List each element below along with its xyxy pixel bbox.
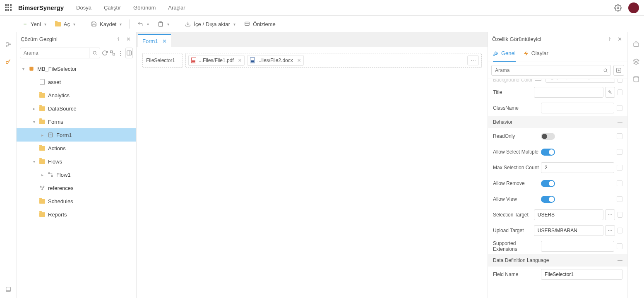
tree-label: Reports <box>48 211 67 218</box>
tree-root[interactable]: ▾ MB_FileSelector <box>17 62 136 75</box>
rail-layers-icon[interactable] <box>632 57 641 66</box>
clipboard-button[interactable]: ▾ <box>154 19 173 29</box>
undo-button[interactable]: ▾ <box>134 19 152 29</box>
collapse-icon[interactable]: — <box>618 257 622 263</box>
readonly-toggle[interactable] <box>541 133 555 140</box>
rail-key-icon[interactable] <box>4 57 13 66</box>
rail-tree-icon[interactable] <box>4 40 13 49</box>
user-avatar[interactable] <box>628 2 639 13</box>
svg-rect-9 <box>6 287 10 292</box>
tree-item-flows[interactable]: ▾ Flows <box>17 155 136 168</box>
tree-item-datasource[interactable]: ▸ DataSource <box>17 102 136 115</box>
tab-general[interactable]: Genel <box>493 46 516 62</box>
explorer-search-input[interactable] <box>20 50 89 56</box>
prop-max-selection: Max Selection Count <box>488 160 627 175</box>
menu-view[interactable]: Görünüm <box>133 5 156 11</box>
reset-icon[interactable] <box>618 212 622 218</box>
open-button[interactable]: Aç ▾ <box>51 19 79 29</box>
form-canvas[interactable]: FileSelector1 ...Files/File1.pdf ✕ ...il… <box>137 47 488 298</box>
upload-target-input[interactable] <box>534 225 603 236</box>
search-icon[interactable] <box>600 65 610 75</box>
expand-all-icon[interactable] <box>613 65 624 76</box>
tree-item-actions[interactable]: Actions <box>17 142 136 155</box>
reset-icon[interactable] <box>617 165 622 171</box>
tree-item-flow1[interactable]: ▸ Flow1 <box>17 168 136 181</box>
allow-remove-toggle[interactable] <box>541 180 555 187</box>
fileselector-label[interactable]: FileSelector1 <box>142 53 183 68</box>
max-selection-input[interactable] <box>541 162 614 173</box>
localize-icon[interactable]: ✎ <box>605 87 615 98</box>
apps-grid-icon[interactable] <box>5 4 12 12</box>
tree-item-references[interactable]: references <box>17 181 136 195</box>
prop-field-name: Field Name <box>488 267 627 282</box>
pin-icon[interactable] <box>115 35 122 43</box>
title-input[interactable] <box>534 87 603 98</box>
tree-item-form1[interactable]: ▸ Form1 <box>17 128 136 142</box>
classname-input[interactable] <box>541 103 614 113</box>
tree-label: DataSource <box>48 106 77 112</box>
menu-file[interactable]: Dosya <box>76 5 91 11</box>
refresh-icon[interactable] <box>102 48 108 58</box>
settings-gear-icon[interactable] <box>614 4 622 12</box>
rail-data-icon[interactable] <box>632 74 641 84</box>
more-vertical-icon[interactable]: ⋮ <box>118 48 124 58</box>
import-export-button[interactable]: İçe / Dışa aktar ▾ <box>181 19 238 29</box>
prop-allow-remove: Allow Remove <box>488 175 627 191</box>
file-chip-pdf[interactable]: ...Files/File1.pdf ✕ <box>188 55 245 66</box>
reset-icon[interactable] <box>617 180 622 186</box>
more-horizontal-icon[interactable]: ⋯ <box>467 55 479 65</box>
tree-item-asset[interactable]: asset <box>17 75 136 89</box>
reset-icon[interactable] <box>617 133 622 139</box>
panel-layout-icon[interactable] <box>125 48 133 58</box>
explorer-search[interactable] <box>20 48 100 58</box>
reset-icon[interactable] <box>617 105 622 111</box>
reset-icon[interactable] <box>617 243 622 249</box>
browse-icon[interactable]: ⋯ <box>605 225 615 236</box>
menu-run[interactable]: Çalıştır <box>104 5 121 11</box>
fileselector-control[interactable]: ...Files/File1.pdf ✕ ...iles/File2.docx … <box>185 53 482 68</box>
tree-item-reports[interactable]: Reports <box>17 208 136 221</box>
rail-bottom-icon[interactable] <box>4 285 13 294</box>
tab-form1[interactable]: Form1 ✕ <box>138 34 171 47</box>
collapse-all-icon[interactable] <box>110 48 116 58</box>
close-icon[interactable]: ✕ <box>162 38 167 44</box>
save-button[interactable]: Kaydet ▾ <box>87 19 125 29</box>
pin-icon[interactable] <box>606 35 613 43</box>
remove-file-icon[interactable]: ✕ <box>238 58 242 63</box>
reset-icon[interactable] <box>618 79 622 83</box>
allow-multi-toggle[interactable] <box>541 149 555 156</box>
section-behavior[interactable]: Behavior — <box>488 116 627 128</box>
props-search[interactable] <box>491 65 611 76</box>
tab-events[interactable]: Olaylar <box>523 46 548 62</box>
field-name-input[interactable] <box>541 269 622 280</box>
bgcolor-input[interactable] <box>545 79 615 83</box>
remove-file-icon[interactable]: ✕ <box>297 58 301 63</box>
tree-item-schedules[interactable]: Schedules <box>17 195 136 208</box>
clipboard-icon <box>157 21 164 27</box>
close-icon[interactable]: ✕ <box>125 35 132 43</box>
browse-icon[interactable]: ⋯ <box>605 209 615 220</box>
selection-target-input[interactable] <box>534 209 603 220</box>
search-icon[interactable] <box>89 48 100 58</box>
collapse-icon[interactable]: — <box>618 119 622 125</box>
reset-icon[interactable] <box>617 196 622 202</box>
tree-item-analytics[interactable]: Analytics <box>17 89 136 102</box>
tree-item-forms[interactable]: ▾ Forms <box>17 115 136 128</box>
supported-ext-input[interactable] <box>541 241 614 252</box>
preview-button[interactable]: Önizleme <box>240 19 279 29</box>
reset-icon[interactable] <box>618 228 622 233</box>
menu-tools[interactable]: Araçlar <box>168 5 185 11</box>
new-button[interactable]: ＋ Yeni ▾ <box>18 19 50 29</box>
allow-view-toggle[interactable] <box>541 196 555 203</box>
color-swatch[interactable] <box>535 79 541 81</box>
svg-rect-15 <box>127 51 132 55</box>
reset-icon[interactable] <box>617 149 622 155</box>
close-icon[interactable]: ✕ <box>616 35 623 43</box>
top-menu-bar: BimserSynergy Dosya Çalıştır Görünüm Ara… <box>0 0 644 16</box>
section-ddl[interactable]: Data Definition Language — <box>488 254 627 267</box>
reset-icon[interactable] <box>618 89 622 95</box>
file-chip-docx[interactable]: ...iles/File2.docx ✕ <box>247 55 304 66</box>
tree-label: Schedules <box>48 198 73 204</box>
rail-toolbox-icon[interactable] <box>632 40 641 49</box>
props-search-input[interactable] <box>492 67 600 73</box>
